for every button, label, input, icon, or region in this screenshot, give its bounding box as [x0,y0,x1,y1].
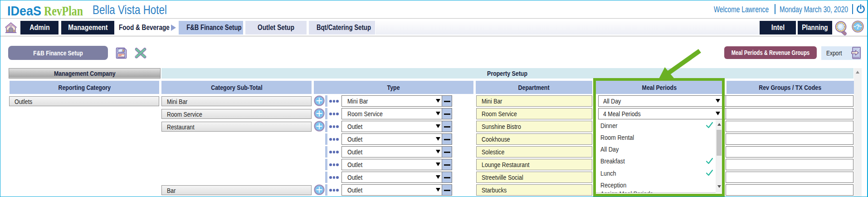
svg-text:?: ? [856,23,860,30]
